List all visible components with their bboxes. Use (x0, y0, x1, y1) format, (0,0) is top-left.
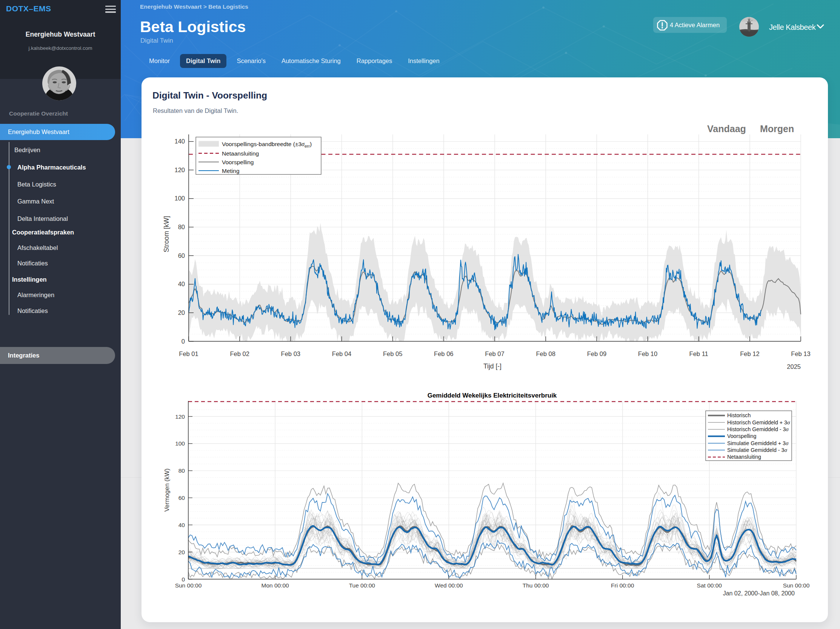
svg-text:120: 120 (174, 166, 185, 173)
svg-text:Thu 00:00: Thu 00:00 (523, 582, 549, 589)
svg-text:0: 0 (182, 576, 185, 583)
svg-text:Feb 10: Feb 10 (638, 350, 657, 357)
svg-text:Mon 00:00: Mon 00:00 (261, 582, 289, 589)
svg-text:Feb 03: Feb 03 (281, 350, 300, 357)
svg-text:Stroom [kW]: Stroom [kW] (163, 216, 170, 252)
svg-text:Tijd [-]: Tijd [-] (483, 362, 502, 370)
svg-text:0: 0 (182, 338, 185, 345)
svg-text:Voorspelling: Voorspelling (222, 159, 254, 165)
svg-text:Feb 08: Feb 08 (536, 350, 556, 357)
svg-text:40: 40 (178, 281, 185, 287)
svg-text:Feb 06: Feb 06 (434, 350, 453, 357)
svg-text:40: 40 (178, 522, 185, 528)
svg-text:Meting: Meting (222, 168, 240, 174)
svg-text:Feb 09: Feb 09 (587, 350, 606, 357)
svg-text:Jan 02, 2000-Jan 08, 2000: Jan 02, 2000-Jan 08, 2000 (723, 590, 795, 597)
svg-text:Feb 02: Feb 02 (230, 350, 249, 357)
svg-text:Fri 00:00: Fri 00:00 (611, 582, 634, 589)
svg-text:Historisch: Historisch (727, 412, 750, 418)
svg-text:140: 140 (174, 138, 185, 145)
svg-text:Feb 04: Feb 04 (332, 350, 351, 357)
svg-text:Tue 00:00: Tue 00:00 (349, 582, 376, 589)
svg-text:Feb 05: Feb 05 (383, 350, 402, 357)
svg-text:Sun 00:00: Sun 00:00 (175, 582, 202, 589)
svg-text:Netaansluiting: Netaansluiting (222, 150, 259, 157)
svg-text:Voorspelling: Voorspelling (727, 433, 756, 439)
svg-text:60: 60 (178, 495, 185, 501)
svg-text:Simulatie Gemiddeld + 3σ: Simulatie Gemiddeld + 3σ (727, 440, 789, 446)
svg-text:60: 60 (178, 252, 185, 259)
svg-text:80: 80 (178, 223, 185, 230)
svg-text:Vermogen (kW): Vermogen (kW) (163, 469, 170, 512)
svg-text:Feb 01: Feb 01 (179, 350, 198, 357)
svg-text:120: 120 (175, 413, 185, 420)
svg-text:Wed 00:00: Wed 00:00 (435, 582, 463, 589)
svg-text:Historisch Gemiddeld - 3σ: Historisch Gemiddeld - 3σ (727, 426, 789, 432)
svg-text:Feb 11: Feb 11 (690, 350, 708, 357)
svg-text:Feb 12: Feb 12 (740, 350, 759, 357)
svg-text:100: 100 (174, 195, 185, 202)
svg-text:Historisch Gemiddeld + 3σ: Historisch Gemiddeld + 3σ (727, 419, 790, 425)
svg-text:Gemiddeld Wekelijks Elektricit: Gemiddeld Wekelijks Elektriciteitsverbru… (428, 392, 557, 399)
svg-text:20: 20 (178, 309, 185, 316)
svg-text:2025: 2025 (787, 363, 801, 370)
svg-text:Simulatie Gemiddeld - 3σ: Simulatie Gemiddeld - 3σ (727, 447, 787, 453)
svg-text:Sun 00:00: Sun 00:00 (783, 582, 810, 589)
svg-text:100: 100 (175, 440, 185, 447)
svg-text:Sat 00:00: Sat 00:00 (697, 582, 722, 589)
svg-text:80: 80 (178, 468, 185, 474)
svg-text:Netaansluiting: Netaansluiting (727, 454, 761, 460)
svg-text:Feb 07: Feb 07 (485, 350, 504, 357)
svg-text:Feb 13: Feb 13 (791, 350, 810, 357)
svg-text:20: 20 (178, 549, 185, 555)
